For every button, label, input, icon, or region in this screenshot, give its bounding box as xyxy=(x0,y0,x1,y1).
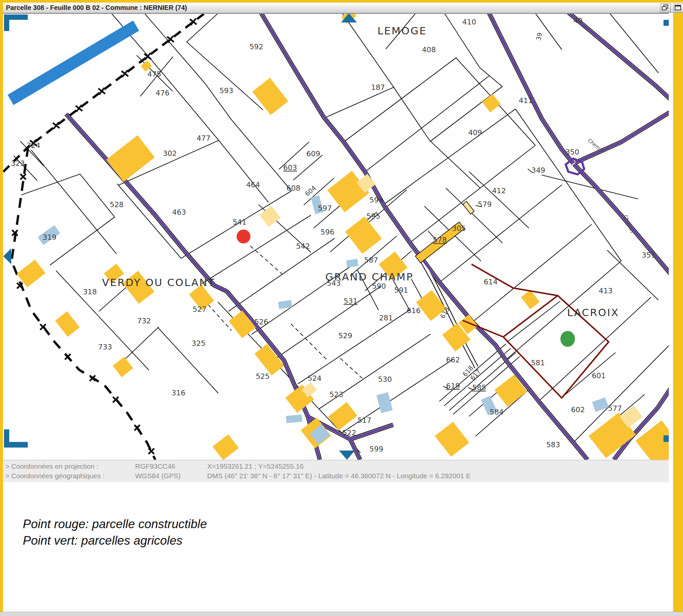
parcel-label: 578 xyxy=(433,236,447,244)
parcel-label: 187 xyxy=(371,83,385,91)
red-dot-marker[interactable] xyxy=(237,229,251,243)
parcel-label: 601 xyxy=(592,372,606,380)
parcel-label: 542 xyxy=(296,242,310,250)
parcel-label: 662 xyxy=(446,356,460,364)
pan-left-arrow[interactable] xyxy=(3,248,11,264)
parcel-label: 40 xyxy=(573,17,582,25)
parcel-label: 732 xyxy=(137,317,151,325)
parcel-label: 302 xyxy=(163,149,177,157)
parcel-label: 581 xyxy=(531,359,545,367)
parcel-label: 619 xyxy=(446,382,460,390)
parcel-label: 594 xyxy=(369,196,383,204)
parcel-label: 408 xyxy=(422,46,436,54)
building xyxy=(212,434,239,460)
building-annex xyxy=(376,392,392,413)
title-bar[interactable]: Parcelle 308 - Feuille 000 B 02 - Commun… xyxy=(3,3,683,14)
building xyxy=(435,422,469,457)
restore-window-icon xyxy=(661,4,670,12)
parcel-label: 325 xyxy=(192,339,206,348)
parcel-label: 525 xyxy=(256,372,270,380)
building xyxy=(345,216,382,254)
parcel-label: 579 xyxy=(478,200,492,208)
parcel-label: 592 xyxy=(250,43,263,51)
building xyxy=(482,94,500,112)
parcel-label: 463 xyxy=(172,208,186,216)
parcel-label: 584 xyxy=(490,408,504,416)
building-annex xyxy=(592,397,609,412)
building xyxy=(55,311,80,336)
status-bar: > Coordonnées en projection : RGF93CC46 … xyxy=(0,460,683,482)
building xyxy=(253,78,289,115)
parcel-label: 602 xyxy=(571,405,585,414)
status-row-geographic: > Coordonnées géographiques : WGS84 (GPS… xyxy=(0,471,683,481)
restore-window-button[interactable] xyxy=(660,4,671,13)
parcel-label: 526 xyxy=(254,318,268,326)
parcel-label: 597 xyxy=(318,204,332,212)
window-border-left xyxy=(0,3,3,612)
parcel-label: 577 xyxy=(608,404,622,413)
parcel-label: 324 xyxy=(26,141,40,150)
parcel-label: 318 xyxy=(83,288,97,296)
parcel-label: 477 xyxy=(197,134,211,142)
status-system: WGS84 (GPS) xyxy=(135,472,181,480)
parcel-label: 599 xyxy=(369,445,383,453)
status-value: X=1953261.21 ; Y=5245255.16 xyxy=(207,462,304,470)
parcel-label: 591 xyxy=(394,286,408,294)
parcel-label: 530 xyxy=(378,375,392,383)
parcel-label: 528 xyxy=(110,200,124,209)
parcel-label: 305 xyxy=(452,224,466,233)
parcel-label: 522 xyxy=(342,429,356,437)
parcel-label: 609 xyxy=(306,150,320,158)
parcel-label: 409 xyxy=(468,129,482,137)
note-green-dot: Point vert: parcelles agricoles xyxy=(23,534,183,548)
place-name-label: GRAND CHAMP xyxy=(325,271,413,283)
place-name-label: LEMOGE xyxy=(377,25,427,37)
parcel-label: 523 xyxy=(329,390,343,399)
parcel-label: 517 xyxy=(358,416,371,424)
right-gutter xyxy=(669,13,673,612)
maximize-window-button[interactable] xyxy=(674,4,683,13)
parcel-label: 475 xyxy=(147,70,161,78)
window-title: Parcelle 308 - Feuille 000 B 02 - Commun… xyxy=(6,4,187,12)
map-viewport: 5924754765934773023243235283194634645415… xyxy=(0,13,683,460)
parcel-label: 316 xyxy=(171,389,185,397)
status-label: > Coordonnées en projection : xyxy=(5,462,99,470)
parcel-label: 281 xyxy=(379,314,393,322)
parcel-label: 413 xyxy=(599,287,613,295)
parcel-label: 587 xyxy=(364,256,378,264)
parcel-label: 527 xyxy=(193,305,207,313)
parcel-label: 603 xyxy=(283,163,297,172)
road-name-label: Chemin xyxy=(622,214,635,234)
parcel-label: 590 xyxy=(372,282,386,290)
building-annex xyxy=(286,415,302,423)
green-dot-marker[interactable] xyxy=(560,331,575,347)
maximize-window-icon xyxy=(674,4,683,12)
parcel-label: 350 xyxy=(565,148,579,156)
parcel-label: 412 xyxy=(492,186,506,195)
pan-down-arrow[interactable] xyxy=(339,450,355,460)
corner-bottom-left xyxy=(4,430,28,447)
bottom-scroll-strip[interactable] xyxy=(0,612,683,616)
parcel-label: 531 xyxy=(344,297,358,305)
status-label: > Coordonnées géographiques : xyxy=(5,472,105,480)
place-name-label: LACROIX xyxy=(567,307,619,318)
boundary-x-mark xyxy=(18,171,29,182)
parcel-label: 529 xyxy=(338,332,352,340)
highlight-bar xyxy=(7,21,139,105)
corner-top-left xyxy=(4,15,28,31)
status-system: RGF93CC46 xyxy=(135,462,175,470)
parcel-label: 39 xyxy=(535,32,543,41)
parcel-label: 410 xyxy=(462,18,476,26)
parcel-label: 323 xyxy=(11,159,25,168)
window-border-top xyxy=(0,0,683,3)
parcel-label: 614 xyxy=(484,278,498,286)
boundary-x-mark xyxy=(146,445,157,457)
parcel-label: 593 xyxy=(219,87,233,95)
status-value: DMS (46° 21' 36" N - 6° 17' 31" E) - Lat… xyxy=(207,472,471,480)
parcel-label: 411 xyxy=(519,96,533,105)
parcel-label: 524 xyxy=(307,374,321,382)
application-window: Parcelle 308 - Feuille 000 B 02 - Commun… xyxy=(0,0,683,616)
cadastral-map[interactable]: 5924754765934773023243235283194634645415… xyxy=(0,13,683,460)
status-row-projection: > Coordonnées en projection : RGF93CC46 … xyxy=(0,461,683,471)
parcel-label: 583 xyxy=(546,441,560,449)
